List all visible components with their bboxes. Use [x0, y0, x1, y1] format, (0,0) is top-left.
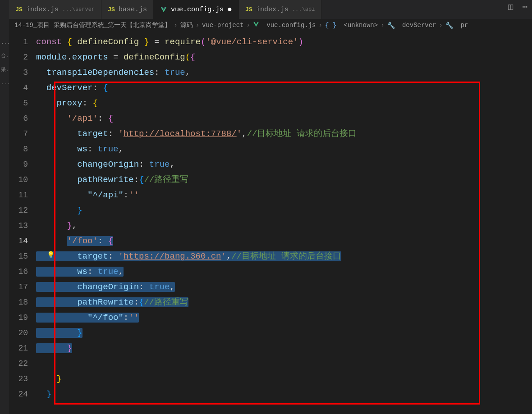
line-number: 10 — [9, 172, 28, 187]
code-line: const { defineConfig } = require('@vue/c… — [36, 34, 532, 50]
sidebar-item[interactable]: ... — [0, 36, 9, 49]
chevron-right-icon: › — [174, 22, 177, 29]
line-number: 20 — [9, 325, 28, 341]
vue-icon — [160, 6, 167, 13]
code-area[interactable]: const { defineConfig } = require('@vue/c… — [36, 32, 532, 405]
breadcrumb-seg[interactable]: 🔧 devServer — [387, 22, 436, 29]
line-number: 17 — [9, 279, 28, 295]
code-line: pathRewrite:{//路径重写 — [36, 172, 532, 187]
js-icon: JS — [245, 6, 252, 13]
line-number: 8 — [9, 141, 28, 157]
line-number: 9 — [9, 157, 28, 172]
code-line: changeOrigin: true, — [36, 157, 532, 172]
line-number: 13 — [9, 218, 28, 233]
line-gutter: 1 2 3 4 5 6 7 8 9 10 11 12 13 14 15 16 1… — [9, 32, 36, 405]
code-line: "^/foo":'' — [36, 310, 532, 325]
line-number: 21 — [9, 341, 28, 356]
code-line: } — [36, 325, 532, 341]
more-icon[interactable]: ⋯ — [523, 1, 527, 12]
code-line: module.exports = defineConfig({ — [36, 50, 532, 65]
wrench-icon: 🔧 — [445, 22, 453, 29]
tab-label: index.js — [26, 6, 59, 14]
sidebar-item[interactable]: 采... — [0, 63, 9, 77]
chevron-right-icon: › — [439, 22, 443, 29]
line-number: 5 — [9, 96, 28, 111]
line-number: 23 — [9, 371, 28, 387]
sidebar-item[interactable]: ... — [0, 77, 9, 89]
line-number: 3 — [9, 65, 28, 80]
breadcrumb-seg[interactable]: 🔧 pr — [445, 22, 468, 29]
code-line: ws: true, — [36, 141, 532, 157]
titlebar-actions: ◫ ⋯ — [508, 0, 527, 14]
editor[interactable]: 1 2 3 4 5 6 7 8 9 10 11 12 13 14 15 16 1… — [9, 32, 532, 405]
chevron-right-icon: › — [318, 22, 322, 29]
code-line: pathRewrite:{//路径重写 — [36, 295, 532, 310]
tab-hint: ...\server — [62, 6, 95, 13]
code-line: } — [36, 387, 532, 402]
tab-base[interactable]: JS base.js — [101, 0, 154, 19]
code-line: } — [36, 203, 532, 218]
breadcrumb-seg[interactable]: 14-19_项目 采购后台管理系统_第一天【北京尚学堂】 — [14, 21, 171, 29]
line-number: 11 — [9, 187, 28, 203]
breadcrumb-seg[interactable]: 源码 — [180, 21, 193, 29]
chevron-right-icon: › — [381, 22, 384, 29]
line-number: 6 — [9, 111, 28, 126]
tab-hint: ...\api — [292, 6, 315, 13]
wrench-icon: 🔧 — [387, 22, 395, 29]
sidebar-item[interactable]: 台... — [0, 49, 9, 63]
tab-index-server[interactable]: JS index.js ...\server — [9, 0, 101, 19]
dirty-indicator-icon: ● — [227, 5, 232, 14]
line-number: 24 — [9, 387, 28, 402]
code-line: changeOrigin: true, — [36, 279, 532, 295]
line-number: 12 — [9, 203, 28, 218]
code-line: }, — [36, 218, 532, 233]
code-line: proxy: { — [36, 96, 532, 111]
breadcrumb-seg[interactable]: { } <unknown> — [325, 22, 378, 29]
tab-vue-config[interactable]: vue.config.js ● — [154, 0, 239, 19]
symbol-icon: { } — [325, 22, 336, 29]
line-number: 19 — [9, 310, 28, 325]
code-line: } — [36, 371, 532, 387]
line-number: 22 — [9, 356, 28, 371]
line-number: 18 — [9, 295, 28, 310]
vue-icon — [253, 21, 259, 29]
tab-label: base.js — [119, 6, 147, 14]
tab-label: vue.config.js — [171, 6, 224, 14]
split-editor-icon[interactable]: ◫ — [508, 1, 513, 12]
code-line: "^/api":'' — [36, 187, 532, 203]
code-line: transpileDependencies: true, — [36, 65, 532, 80]
line-number: 4 — [9, 80, 28, 96]
line-number: 1 — [9, 34, 28, 50]
code-line: target: 'http://localhost:7788/',//目标地址 … — [36, 126, 532, 141]
line-number: 15 — [9, 249, 28, 264]
js-icon: JS — [108, 6, 115, 13]
code-line: '/api': { — [36, 111, 532, 126]
code-line: } — [36, 341, 532, 356]
tab-label: index.js — [256, 6, 289, 14]
code-line: '/foo': { — [36, 233, 532, 249]
code-line — [36, 356, 532, 371]
chevron-right-icon: › — [246, 22, 250, 29]
line-number: 2 — [9, 50, 28, 65]
line-number: 7 — [9, 126, 28, 141]
sidebar: ... 台... 采... ... — [0, 0, 9, 414]
code-line: target: 'https://bang.360.cn',//目标地址 请求的… — [36, 249, 532, 264]
lightbulb-icon[interactable]: 💡 — [47, 251, 55, 259]
line-number: 16 — [9, 264, 28, 279]
chevron-right-icon: › — [196, 22, 199, 29]
tab-bar: JS index.js ...\server JS base.js vue.co… — [9, 0, 532, 19]
tab-index-api[interactable]: JS index.js ...\api — [239, 0, 321, 19]
code-line: ws: true, — [36, 264, 532, 279]
breadcrumb-seg[interactable]: vue-project — [202, 22, 243, 29]
line-number: 14 — [9, 233, 28, 249]
code-line: devServer: { — [36, 80, 532, 96]
breadcrumb: 14-19_项目 采购后台管理系统_第一天【北京尚学堂】 › 源码 › vue-… — [9, 19, 532, 32]
js-icon: JS — [15, 6, 23, 13]
breadcrumb-seg[interactable]: vue.config.js — [253, 21, 316, 29]
